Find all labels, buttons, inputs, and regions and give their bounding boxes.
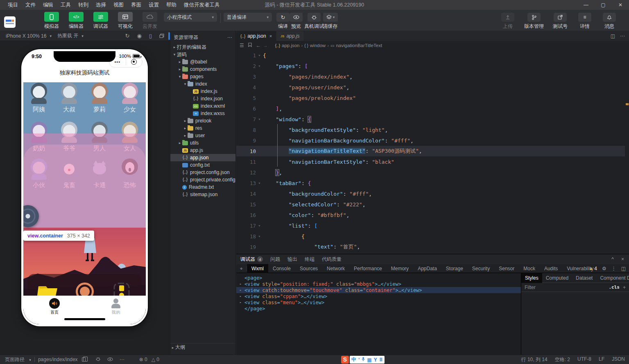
- menu-item[interactable]: 项目: [4, 0, 22, 10]
- file-tree-item[interactable]: ▸user: [170, 132, 235, 139]
- avatar-cell[interactable]: 萝莉: [84, 82, 115, 113]
- debugger-tab[interactable]: 终端: [305, 256, 314, 263]
- menu-item[interactable]: 转到: [75, 0, 92, 10]
- editor-button[interactable]: </> 编辑器: [66, 10, 86, 30]
- tab-home[interactable]: 首页: [38, 298, 71, 315]
- styles-tab[interactable]: Component Data: [596, 273, 629, 283]
- file-tree-item[interactable]: ▾index: [170, 80, 235, 88]
- collapse-panel-icon[interactable]: ^: [611, 256, 614, 262]
- menu-item[interactable]: 微信开发者工具: [180, 0, 224, 10]
- preview-button[interactable]: [290, 13, 303, 22]
- close-icon[interactable]: ×: [269, 34, 272, 38]
- breadcrumb-field[interactable]: navigationBarTitleText: [336, 43, 382, 48]
- details-button[interactable]: ≡ 详情: [575, 10, 595, 30]
- code-line[interactable]: 10 "navigationBarTitleText": "ASP300源码测试…: [236, 146, 625, 156]
- tab-app-js[interactable]: JS app.js: [276, 31, 303, 41]
- code-line[interactable]: 8 "backgroundTextStyle": "light",: [236, 124, 625, 135]
- style-filter-input[interactable]: Filter: [521, 285, 609, 290]
- close-panel-icon[interactable]: ×: [621, 256, 624, 262]
- messages-button[interactable]: 消息: [600, 10, 619, 30]
- explorer-more-icon[interactable]: ···: [227, 34, 232, 40]
- code-line[interactable]: 18▿ {: [236, 231, 625, 242]
- file-tree-item[interactable]: {..}sitemap.json: [170, 191, 235, 198]
- devtools-tab[interactable]: Network: [322, 264, 349, 273]
- file-tree-item[interactable]: config.txt: [170, 161, 235, 169]
- devtools-tab[interactable]: Wxml: [247, 264, 268, 273]
- wxml-node[interactable]: ▸<view class="cppan">…</view>: [236, 293, 521, 299]
- avatar-cell[interactable]: 大叔: [54, 82, 84, 113]
- file-tree-item[interactable]: iReadme.txt: [170, 183, 235, 191]
- file-tree-item[interactable]: ▸@babel: [170, 58, 235, 66]
- file-tree-item[interactable]: ▸prelook: [170, 117, 235, 124]
- menu-item[interactable]: 编辑: [39, 0, 57, 10]
- code-line[interactable]: 9 "navigationBarBackgroundColor": "#fff"…: [236, 135, 625, 146]
- tab-profile[interactable]: 我的: [100, 298, 132, 315]
- file-tree-item[interactable]: JSapp.js: [170, 147, 235, 154]
- code-line[interactable]: 12 },: [236, 167, 625, 178]
- breadcrumb-file[interactable]: app.json: [282, 43, 299, 48]
- simulator-button[interactable]: 模拟器: [42, 10, 61, 30]
- devtools-tab[interactable]: Storage: [441, 264, 468, 273]
- copy-icon[interactable]: [82, 357, 86, 362]
- file-tree-item[interactable]: {..}app.json: [170, 154, 235, 161]
- ime-toolbar[interactable]: S 中 ’ ▦ Y ⠿: [341, 356, 385, 364]
- styles-tab[interactable]: Styles: [521, 273, 542, 283]
- bookmark-icon[interactable]: [248, 43, 252, 48]
- file-tree-item[interactable]: {..}index.json: [170, 95, 235, 102]
- file-tree-item[interactable]: ▸components: [170, 66, 235, 73]
- code-line[interactable]: 6 ],: [236, 103, 625, 114]
- maximize-button[interactable]: ▢: [595, 0, 612, 10]
- file-tree-item[interactable]: JSindex.js: [170, 88, 235, 95]
- file-tree-item[interactable]: ▸打开的编辑器: [170, 43, 235, 51]
- back-icon[interactable]: ←: [256, 43, 263, 48]
- upload-button[interactable]: 上传: [498, 10, 518, 30]
- avatar-cell[interactable]: 阿姨: [24, 82, 54, 113]
- file-tree-item[interactable]: ▾源码: [170, 51, 235, 58]
- devtools-tab[interactable]: Memory: [387, 264, 413, 273]
- file-tree-item[interactable]: ▾pages: [170, 73, 235, 80]
- toggle-class-button[interactable]: .cls: [609, 285, 620, 290]
- devtools-tab[interactable]: Performance: [349, 264, 387, 273]
- eye-icon[interactable]: [107, 357, 113, 362]
- device-frame-icon[interactable]: ▯: [149, 33, 152, 39]
- list-icon[interactable]: ☰: [240, 43, 244, 48]
- devtools-tab[interactable]: Sensor: [494, 264, 519, 273]
- version-control-button[interactable]: 版本管理: [523, 10, 545, 30]
- devtools-tab[interactable]: Security: [468, 264, 494, 273]
- device-select[interactable]: iPhone X 100% 16▾: [6, 33, 52, 39]
- inspect-element-icon[interactable]: ⌖: [236, 266, 247, 271]
- forward-icon[interactable]: →: [263, 43, 270, 48]
- code-line[interactable]: 1▿{: [236, 50, 625, 61]
- multi-window-icon[interactable]: [159, 34, 164, 38]
- wxml-node[interactable]: ▸<view catch:touchmove="touchmove" class…: [236, 287, 521, 293]
- wxml-node[interactable]: ▸<view style="position: fixed;" class="m…: [236, 281, 521, 287]
- menu-item[interactable]: 设置: [145, 0, 163, 10]
- file-tree-item[interactable]: {..}project.private.config.js...: [170, 176, 235, 183]
- debug-icon[interactable]: [95, 357, 101, 363]
- debugger-tab[interactable]: 输出: [287, 256, 297, 263]
- kebab-menu-icon[interactable]: ⋮: [611, 266, 616, 271]
- record-icon[interactable]: ◉: [137, 33, 142, 39]
- code-line[interactable]: 16 "color": "#bfbfbf",: [236, 210, 625, 220]
- code-line[interactable]: 5 "pages/prelook/index": [236, 93, 625, 103]
- debugger-tab[interactable]: 问题: [270, 256, 280, 263]
- code-area[interactable]: 1▿{2▿ "pages": [3 "pages/index/index",4 …: [236, 50, 625, 254]
- code-line[interactable]: 15 "selectedColor": "#222",: [236, 199, 625, 210]
- minimize-button[interactable]: —: [577, 0, 595, 10]
- code-line[interactable]: 2▿ "pages": [: [236, 61, 625, 71]
- styles-tab[interactable]: Computed: [542, 273, 572, 283]
- wxml-node[interactable]: <page>: [236, 275, 521, 281]
- visualization-button[interactable]: 可视化: [115, 10, 135, 30]
- split-editor-icon[interactable]: ◫: [611, 33, 615, 39]
- menu-item[interactable]: 文件: [22, 0, 39, 10]
- clear-cache-button[interactable]: ▾: [323, 13, 338, 22]
- compile-mode-select[interactable]: 普通编译▾: [224, 13, 272, 22]
- code-line[interactable]: 4 "pages/user/index",: [236, 82, 625, 93]
- dock-side-icon[interactable]: ◫: [621, 266, 626, 271]
- menu-item[interactable]: 选择: [92, 0, 110, 10]
- close-button[interactable]: ✕: [612, 0, 629, 10]
- code-line[interactable]: 11 "navigationBarTextStyle": "black": [236, 156, 625, 167]
- avatar-cell[interactable]: 少女: [115, 82, 145, 113]
- code-line[interactable]: 19 "text": "首页",: [236, 242, 625, 252]
- rotate-icon[interactable]: ↻: [125, 33, 130, 39]
